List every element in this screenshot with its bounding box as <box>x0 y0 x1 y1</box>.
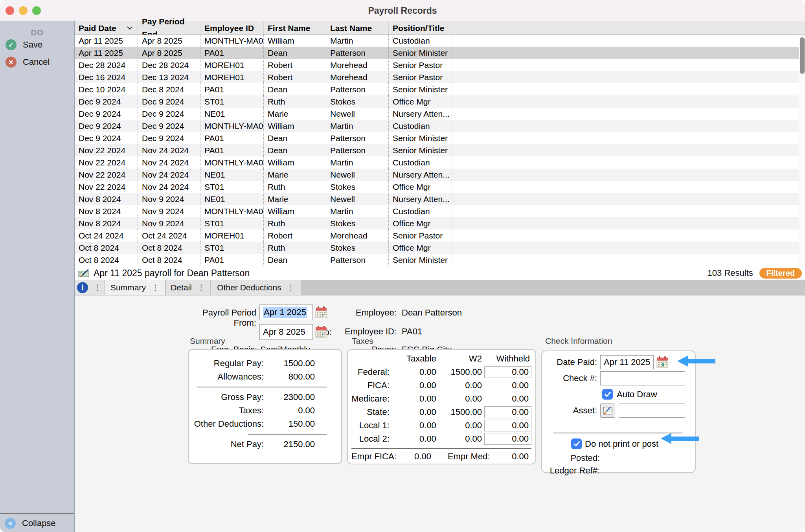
period-to-input[interactable] <box>259 324 313 340</box>
check-number-label: Check #: <box>542 373 597 383</box>
table-cell: MOREH01 <box>200 229 264 242</box>
payroll-check-pen-icon <box>78 268 90 278</box>
collapse-button[interactable]: « Collapse <box>5 518 56 529</box>
table-row[interactable]: Dec 9 2024Dec 9 2024MONTHLY-MA01WilliamM… <box>75 120 805 132</box>
net-pay-divider <box>248 434 327 435</box>
table-cell: Morehead <box>326 71 389 83</box>
table-cell-filler <box>452 254 805 266</box>
payroll-table: Paid Date Pay Period End Employee ID Fir… <box>75 21 805 266</box>
allowances-value: 800.00 <box>264 372 315 382</box>
calendar-icon[interactable] <box>656 356 668 369</box>
tab-detail[interactable]: Detail ⋮ <box>166 280 211 295</box>
table-cell: Marie <box>264 108 326 120</box>
table-row[interactable]: Dec 10 2024Dec 8 2024PA01DeanPattersonSe… <box>75 83 805 95</box>
table-row[interactable]: Nov 8 2024Nov 9 2024MONTHLY-MA01WilliamM… <box>75 205 805 217</box>
table-cell: William <box>264 205 326 217</box>
taxes-rows: Federal:0.001500.000.00FICA:0.000.000.00… <box>351 365 531 446</box>
taxes-total-value: 0.00 <box>264 405 315 416</box>
table-cell: Oct 8 2024 <box>75 242 138 254</box>
tab-separator-dots: ⋮ <box>94 284 101 292</box>
period-from-label: Payroll Period From: <box>178 308 256 328</box>
table-cell: Dec 10 2024 <box>75 83 138 95</box>
checkmark-icon <box>605 392 611 397</box>
calendar-icon[interactable] <box>315 306 327 319</box>
do-not-print-checkbox[interactable] <box>571 438 582 449</box>
info-tab[interactable]: i ⋮ <box>75 280 105 295</box>
arrow-head <box>677 356 688 367</box>
table-cell: Nov 22 2024 <box>75 181 138 193</box>
table-row[interactable]: Apr 11 2025Apr 8 2025MONTHLY-MA01William… <box>75 35 805 47</box>
table-cell: William <box>264 156 326 169</box>
withheld-input[interactable]: 0.00 <box>484 433 531 445</box>
withheld-input[interactable]: 0.00 <box>484 420 531 431</box>
table-row[interactable]: Nov 8 2024Nov 9 2024NE01MarieNewellNurse… <box>75 193 805 205</box>
period-from-input[interactable]: Apr 1 2025 <box>259 305 313 320</box>
table-cell: Patterson <box>326 47 389 59</box>
payroll-records-window: Payroll Records DO ✓ Save ✕ Cancel « Col… <box>0 0 805 532</box>
table-row[interactable]: Dec 9 2024Dec 9 2024NE01MarieNewellNurse… <box>75 108 805 120</box>
filtered-badge[interactable]: Filtered <box>759 268 802 279</box>
period-to-field <box>259 324 313 340</box>
withheld-input[interactable]: 0.00 <box>484 406 531 418</box>
table-row[interactable]: Nov 22 2024Nov 24 2024PA01DeanPattersonS… <box>75 144 805 156</box>
check-info-group-box: Date Paid: Check #: Auto Draw <box>541 350 696 473</box>
table-cell: Nov 9 2024 <box>138 205 200 217</box>
taxable-column-header: Taxable <box>390 354 436 364</box>
column-header-first-name[interactable]: First Name <box>264 21 326 35</box>
table-cell: Nov 22 2024 <box>75 156 138 169</box>
table-row[interactable]: Dec 16 2024Dec 13 2024MOREH01RobertMoreh… <box>75 71 805 83</box>
table-cell: Dean <box>264 83 326 95</box>
table-row[interactable]: Oct 8 2024Oct 8 2024PA01DeanPattersonSen… <box>75 254 805 266</box>
cancel-button[interactable]: ✕ Cancel <box>6 57 50 68</box>
table-row[interactable]: Oct 8 2024Oct 8 2024ST01RuthStokesOffice… <box>75 242 805 254</box>
save-button[interactable]: ✓ Save <box>6 39 42 50</box>
table-row[interactable]: Nov 22 2024Nov 24 2024NE01MarieNewellNur… <box>75 169 805 181</box>
auto-draw-checkbox[interactable] <box>602 389 613 400</box>
tab-summary[interactable]: Summary ⋮ <box>105 280 166 295</box>
asset-input[interactable] <box>619 404 685 418</box>
table-row[interactable]: Oct 24 2024Oct 24 2024MOREH01RobertMoreh… <box>75 229 805 242</box>
check-info-group-label: Check Information <box>545 336 612 346</box>
table-row[interactable]: Nov 22 2024Nov 24 2024MONTHLY-MA01Willia… <box>75 156 805 169</box>
table-cell: Oct 24 2024 <box>138 229 200 242</box>
column-header-pay-period-end[interactable]: Pay Period End <box>138 21 200 35</box>
table-cell: Nursery Atten... <box>389 169 452 181</box>
tax-row: State:0.001500.000.00 <box>351 405 531 419</box>
tab-other-deductions[interactable]: Other Deductions ⋮ <box>211 280 302 295</box>
table-row[interactable]: Nov 8 2024Nov 9 2024ST01RuthStokesOffice… <box>75 217 805 229</box>
table-cell: NE01 <box>200 108 264 120</box>
check-number-input[interactable] <box>600 371 685 385</box>
table-cell: Nov 8 2024 <box>75 217 138 229</box>
withheld-input[interactable]: 0.00 <box>484 366 531 378</box>
table-cell-filler <box>452 47 805 59</box>
table-cell: ST01 <box>200 181 264 193</box>
column-header-paid-date[interactable]: Paid Date <box>75 21 138 35</box>
table-row[interactable]: Dec 9 2024Dec 9 2024PA01DeanPattersonSen… <box>75 132 805 144</box>
table-cell-filler <box>452 156 805 169</box>
cancel-x-icon: ✕ <box>6 57 17 68</box>
table-cell: Dean <box>264 132 326 144</box>
column-header-position-title[interactable]: Position/Title <box>389 21 452 35</box>
table-row[interactable]: Dec 9 2024Dec 9 2024ST01RuthStokesOffice… <box>75 95 805 108</box>
table-row[interactable]: Nov 22 2024Nov 24 2024ST01RuthStokesOffi… <box>75 181 805 193</box>
asset-ledger-picker-button[interactable] <box>600 404 615 418</box>
employer-taxes-row: Empr FICA: 0.00 Empr Med: 0.00 <box>351 449 531 464</box>
table-cell: PA01 <box>200 83 264 95</box>
check-number-row: Check #: <box>542 371 695 385</box>
summary-row: Taxes:0.00 <box>189 404 341 417</box>
table-row[interactable]: Apr 11 2025Apr 8 2025PA01DeanPattersonSe… <box>75 47 805 59</box>
tax-row-label: Local 2: <box>351 434 390 444</box>
column-header-employee-id[interactable]: Employee ID <box>200 21 264 35</box>
auto-draw-label: Auto Draw <box>617 389 657 400</box>
posted-row: Posted: <box>542 453 695 463</box>
table-cell-filler <box>452 242 805 254</box>
calendar-icon[interactable] <box>315 326 327 338</box>
table-cell: Apr 8 2025 <box>138 35 200 47</box>
table-row[interactable]: Dec 28 2024Dec 28 2024MOREH01RobertMoreh… <box>75 59 805 71</box>
column-header-last-name[interactable]: Last Name <box>326 21 389 35</box>
scrollbar-thumb[interactable] <box>800 37 805 74</box>
date-paid-input[interactable] <box>600 355 654 369</box>
vertical-scrollbar[interactable] <box>799 35 805 266</box>
window-title: Payroll Records <box>0 0 805 21</box>
tax-row-label: State: <box>351 407 390 417</box>
